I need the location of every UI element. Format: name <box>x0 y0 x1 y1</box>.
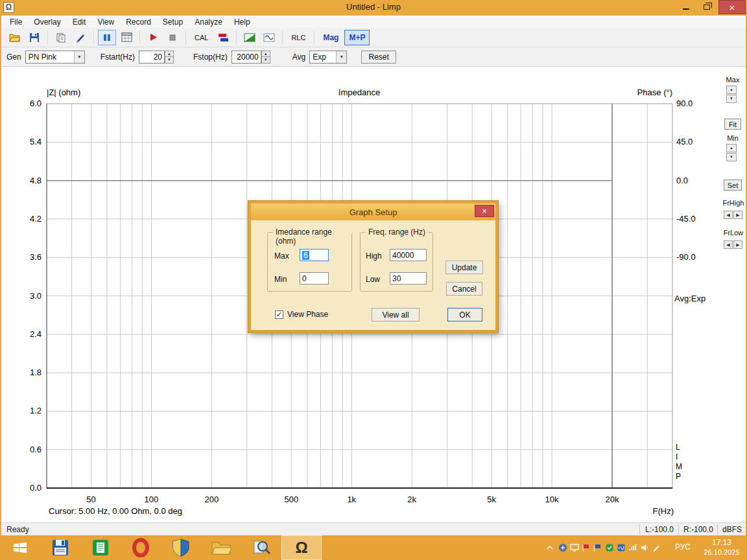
up-arrow-icon[interactable]: ▲ <box>165 51 174 58</box>
tray-icon-blue-flag[interactable] <box>593 542 603 553</box>
frhigh-left-button[interactable]: ◀ <box>724 211 733 219</box>
frhigh-right-button[interactable]: ▶ <box>733 211 742 219</box>
tray-icon-volume[interactable] <box>639 542 650 553</box>
menu-record[interactable]: Record <box>120 16 157 28</box>
dialog-close-button[interactable]: × <box>475 205 494 217</box>
min-down-button[interactable]: ▼ <box>726 153 737 161</box>
menu-view[interactable]: View <box>91 16 120 28</box>
record-button[interactable] <box>144 30 162 45</box>
tray-icon-red-flag[interactable] <box>581 542 591 553</box>
fstart-spinner[interactable]: ▲▼ <box>165 51 174 64</box>
low-field[interactable]: 30 <box>390 272 427 285</box>
tray-icon-network[interactable] <box>628 542 638 553</box>
status-bar: Ready L:-100.0 R:-100.0 dBFS <box>1 522 746 535</box>
up-arrow-icon[interactable]: ▲ <box>261 51 270 58</box>
save-file-button[interactable] <box>25 30 43 45</box>
generator-type-select[interactable]: PN Pink ▾ <box>25 51 85 64</box>
tray-icon-app3[interactable] <box>604 542 615 553</box>
windows-logo-icon <box>12 540 28 555</box>
tick-x: 200 <box>195 495 228 504</box>
view-all-button[interactable]: View all <box>372 308 420 321</box>
tray-icon-app1[interactable] <box>558 542 568 553</box>
max-down-button[interactable]: ▼ <box>726 95 737 103</box>
tick-right: -90.0 <box>676 252 707 262</box>
down-arrow-icon[interactable]: ▼ <box>261 57 270 64</box>
view-phase-checkbox[interactable]: ✓ <box>275 310 283 319</box>
rlc-button[interactable]: RLC <box>287 30 310 45</box>
fstop-input[interactable] <box>231 51 261 64</box>
calibrate-button[interactable]: CAL <box>190 30 213 45</box>
menu-edit[interactable]: Edit <box>67 16 92 28</box>
tick-x: 1k <box>335 495 368 504</box>
reset-button[interactable]: Reset <box>361 51 396 64</box>
update-button[interactable]: Update <box>445 261 483 274</box>
fstart-input[interactable] <box>139 51 165 64</box>
min-up-button[interactable]: ▲ <box>726 144 737 152</box>
toolbar-separator <box>47 30 48 45</box>
restore-icon <box>704 5 710 10</box>
minimize-button[interactable] <box>677 0 695 14</box>
taskbar-clock[interactable]: 17:13 26.10.2025 <box>699 538 744 557</box>
record-play-icon <box>148 32 158 42</box>
down-arrow-icon[interactable]: ▼ <box>165 57 174 64</box>
taskbar-app-defender[interactable] <box>161 535 201 560</box>
close-button[interactable]: × <box>718 0 746 14</box>
max-field[interactable]: 6 <box>300 249 329 261</box>
frlow-right-button[interactable]: ▶ <box>733 240 742 249</box>
taskbar-app-green-docs[interactable] <box>80 535 121 560</box>
start-button[interactable] <box>0 535 40 560</box>
tray-show-hidden-icons[interactable] <box>545 542 555 553</box>
frlow-left-button[interactable]: ◀ <box>724 240 733 249</box>
set-button[interactable]: Set <box>724 180 742 191</box>
menu-analyze[interactable]: Analyze <box>189 16 228 28</box>
flags-button[interactable] <box>214 30 232 45</box>
taskbar-app-explorer[interactable] <box>201 535 241 560</box>
tick-x: 10k <box>536 495 568 504</box>
edit-pen-button[interactable] <box>71 30 89 45</box>
tick-left: 4.2 <box>16 214 42 224</box>
tray-icon-pen[interactable] <box>651 542 661 553</box>
open-file-button[interactable] <box>6 30 24 45</box>
restore-button[interactable] <box>698 0 716 14</box>
level-unit-label: dBFS <box>718 525 746 534</box>
ok-button[interactable]: OK <box>447 308 482 321</box>
menu-file[interactable]: File <box>4 16 28 28</box>
gen-label: Gen <box>6 52 21 62</box>
toolbar-separator <box>93 30 94 45</box>
tray-icon-app2[interactable] <box>569 542 580 553</box>
table-view-button[interactable] <box>117 30 136 45</box>
taskbar-app-limp-active[interactable]: Ω <box>281 535 322 560</box>
taskbar-app-search[interactable] <box>241 535 281 560</box>
signal-button[interactable] <box>260 30 278 45</box>
tray-icon-app4[interactable] <box>616 542 626 553</box>
sine-wave-icon <box>263 33 275 42</box>
fit-button[interactable]: Fit <box>724 119 741 130</box>
menu-setup[interactable]: Setup <box>157 16 189 28</box>
menu-overlay[interactable]: Overlay <box>28 16 66 28</box>
status-separator <box>717 524 718 535</box>
max-up-button[interactable]: ▲ <box>726 86 737 94</box>
frlow-label: FrLow <box>720 229 747 237</box>
cancel-button[interactable]: Cancel <box>446 282 482 296</box>
chevron-down-icon[interactable]: ▾ <box>336 51 346 63</box>
min-field-value: 0 <box>302 274 307 283</box>
stop-button[interactable] <box>163 30 182 45</box>
taskbar-app-save-tool[interactable] <box>40 535 80 560</box>
spectrum-button[interactable] <box>241 30 259 45</box>
min-field[interactable]: 0 <box>300 272 329 285</box>
speaker-icon <box>640 543 649 552</box>
magnitude-phase-view-button[interactable]: M+P <box>344 30 370 45</box>
chevron-down-icon[interactable]: ▾ <box>74 51 84 63</box>
taskbar-app-opera[interactable] <box>121 535 161 560</box>
limp-brand-letter: P <box>676 472 681 481</box>
language-indicator[interactable]: РУС <box>672 542 694 552</box>
fstop-spinner[interactable]: ▲▼ <box>261 51 270 64</box>
dialog-titlebar[interactable]: Graph Setup × <box>251 204 495 220</box>
max-scale-label: Max <box>722 76 744 84</box>
magnitude-view-button[interactable]: Mag <box>318 30 343 45</box>
menu-help[interactable]: Help <box>228 16 256 28</box>
pause-button[interactable] <box>98 30 116 45</box>
copy-button[interactable] <box>52 30 70 45</box>
high-field[interactable]: 40000 <box>390 249 427 261</box>
averaging-select[interactable]: Exp ▾ <box>309 51 347 64</box>
